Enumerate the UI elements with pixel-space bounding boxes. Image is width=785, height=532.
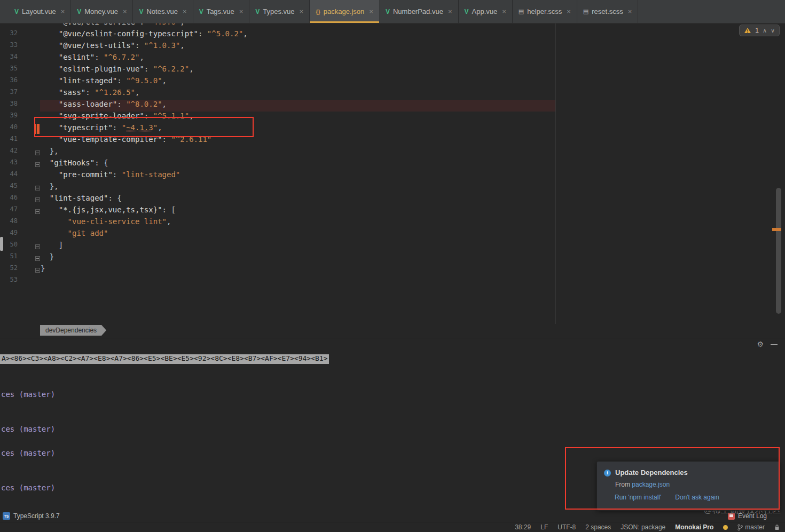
fold-marker-icon[interactable] — [35, 197, 40, 202]
code-line[interactable]: "gitHooks": { — [41, 158, 108, 170]
close-tab-icon[interactable]: × — [61, 7, 65, 15]
chevron-down-icon[interactable]: ∨ — [771, 27, 775, 34]
line-number[interactable]: 49 — [0, 229, 18, 241]
tab-reset.scss[interactable]: ▤reset.scss× — [577, 0, 639, 23]
fold-marker-icon[interactable] — [35, 186, 40, 190]
tab-NumberPad.vue[interactable]: VNumberPad.vue× — [380, 0, 459, 23]
code-line[interactable]: "typescript": "~4.1.3", — [41, 123, 162, 135]
tab-Money.vue[interactable]: VMoney.vue× — [71, 0, 133, 23]
close-tab-icon[interactable]: × — [300, 7, 304, 15]
tab-Types.vue[interactable]: VTypes.vue× — [249, 0, 310, 23]
fold-marker-icon[interactable] — [35, 256, 40, 261]
fold-marker-icon[interactable] — [35, 150, 40, 155]
line-number[interactable]: 32 — [0, 29, 18, 41]
code-token: "sass-loader" — [59, 100, 117, 108]
line-number[interactable]: 36 — [0, 76, 18, 88]
tab-Notes.vue[interactable]: VNotes.vue× — [133, 0, 193, 23]
dont-ask-again-link[interactable]: Don't ask again — [675, 494, 719, 501]
package-json-link[interactable]: package.json — [632, 481, 670, 488]
ide-window: 1 ∧ ∨ 31"@vue/cli-service": "4.5.0",32"@… — [0, 0, 785, 532]
editor[interactable]: 1 ∧ ∨ 31"@vue/cli-service": "4.5.0",32"@… — [0, 0, 785, 324]
line-number[interactable]: 45 — [0, 182, 18, 194]
code-line[interactable]: "sass": "^1.26.5", — [41, 88, 139, 100]
scrollbar-thumb[interactable] — [776, 188, 781, 314]
code-line[interactable]: "*.{js,jsx,vue,ts,tsx}": [ — [41, 205, 176, 217]
code-line[interactable]: "lint-staged": "^9.5.0", — [41, 76, 167, 88]
minimize-icon[interactable] — [771, 344, 778, 345]
close-tab-icon[interactable]: × — [239, 7, 244, 15]
code-token: "gitHooks" — [50, 158, 95, 167]
close-tab-icon[interactable]: × — [448, 7, 452, 15]
lock-icon[interactable] — [774, 524, 780, 530]
tab-package.json[interactable]: {}package.json× — [310, 0, 380, 23]
gear-icon[interactable]: ⚙ — [757, 340, 764, 348]
code-token: "vue-template-compiler" — [59, 135, 162, 144]
line-number[interactable]: 33 — [0, 41, 18, 53]
line-number[interactable]: 50 — [0, 241, 18, 252]
code-line[interactable]: }, — [41, 182, 59, 194]
line-number[interactable]: 37 — [0, 88, 18, 100]
fold-marker-icon[interactable] — [35, 162, 40, 167]
code-line[interactable]: ] — [41, 241, 63, 252]
line-number[interactable]: 38 — [0, 100, 18, 112]
fold-marker-icon[interactable] — [35, 209, 40, 214]
line-number[interactable]: 34 — [0, 53, 18, 65]
git-branch-widget[interactable]: master — [737, 523, 765, 531]
code-line[interactable]: "svg-sprite-loader": "^5.1.1", — [41, 112, 194, 123]
typescript-status-widget[interactable]: TS TypeScript 3.9.7 — [3, 512, 60, 520]
code-line[interactable]: "git add" — [41, 229, 108, 241]
chevron-up-icon[interactable]: ∧ — [763, 27, 767, 34]
close-tab-icon[interactable]: × — [567, 7, 571, 15]
line-number[interactable]: 42 — [0, 147, 18, 158]
line-number[interactable]: 47 — [0, 205, 18, 217]
line-number[interactable]: 51 — [0, 252, 18, 264]
close-tab-icon[interactable]: × — [183, 7, 187, 15]
line-number[interactable]: 46 — [0, 194, 18, 205]
code-line[interactable]: } — [41, 252, 54, 264]
close-tab-icon[interactable]: × — [502, 7, 506, 15]
status-item[interactable]: 38:29 — [515, 523, 531, 531]
status-item[interactable]: LF — [540, 523, 548, 531]
line-number[interactable]: 40 — [0, 123, 18, 135]
code-line[interactable]: } — [41, 264, 45, 276]
code-line[interactable]: "pre-commit": "lint-staged" — [41, 170, 180, 182]
line-number[interactable]: 41 — [0, 135, 18, 147]
line-number[interactable]: 48 — [0, 217, 18, 229]
line-number[interactable]: 52 — [0, 264, 18, 276]
line-number[interactable]: 35 — [0, 65, 18, 76]
code-line[interactable]: "@vue/test-utils": "^1.0.3", — [41, 41, 185, 53]
code-line[interactable]: "lint-staged": { — [41, 194, 122, 205]
inspection-widget[interactable]: 1 ∧ ∨ — [739, 25, 780, 36]
close-tab-icon[interactable]: × — [123, 7, 127, 15]
scrollbar-warning-mark[interactable] — [772, 228, 781, 231]
tab-App.vue[interactable]: VApp.vue× — [459, 0, 513, 23]
tab-Tags.vue[interactable]: VTags.vue× — [193, 0, 250, 23]
run-npm-install-link[interactable]: Run 'npm install' — [615, 494, 661, 501]
tab-helper.scss[interactable]: ▤helper.scss× — [513, 0, 577, 23]
notification-dot-icon[interactable] — [723, 525, 728, 530]
status-item[interactable]: JSON: package — [621, 523, 665, 531]
line-number[interactable]: 44 — [0, 170, 18, 182]
code-line[interactable]: "vue-template-compiler": "^2.6.11" — [41, 135, 211, 147]
terminal-selected-line[interactable]: A><86><C3><A8><C2><A7><E8><A7><86><E5><B… — [0, 354, 329, 364]
code-line[interactable]: "eslint-plugin-vue": "^6.2.2", — [41, 65, 194, 76]
status-item[interactable]: UTF-8 — [558, 523, 576, 531]
close-tab-icon[interactable]: × — [628, 7, 632, 15]
code-line[interactable]: "eslint": "^6.7.2", — [41, 53, 144, 65]
tab-Layout.vue[interactable]: VLayout.vue× — [9, 0, 71, 23]
breadcrumb-item[interactable]: devDependencies — [40, 325, 106, 336]
code-line[interactable]: }, — [41, 147, 59, 158]
code-line[interactable]: "vue-cli-service lint", — [41, 217, 171, 229]
notification-title: Update Dependencies — [615, 469, 688, 477]
fold-marker-icon[interactable] — [35, 244, 40, 249]
line-number[interactable]: 39 — [0, 112, 18, 123]
close-tab-icon[interactable]: × — [369, 7, 373, 15]
status-item[interactable]: 2 spaces — [585, 523, 611, 531]
code-line[interactable]: "@vue/eslint-config-typescript": "^5.0.2… — [41, 29, 248, 41]
fold-marker-icon[interactable] — [35, 268, 40, 273]
theme-widget[interactable]: Monokai Pro — [675, 523, 713, 531]
line-number[interactable]: 53 — [0, 276, 18, 288]
line-number[interactable]: 43 — [0, 158, 18, 170]
code-token: , — [189, 65, 193, 73]
code-line[interactable]: "sass-loader": "^8.0.2", — [41, 100, 167, 112]
